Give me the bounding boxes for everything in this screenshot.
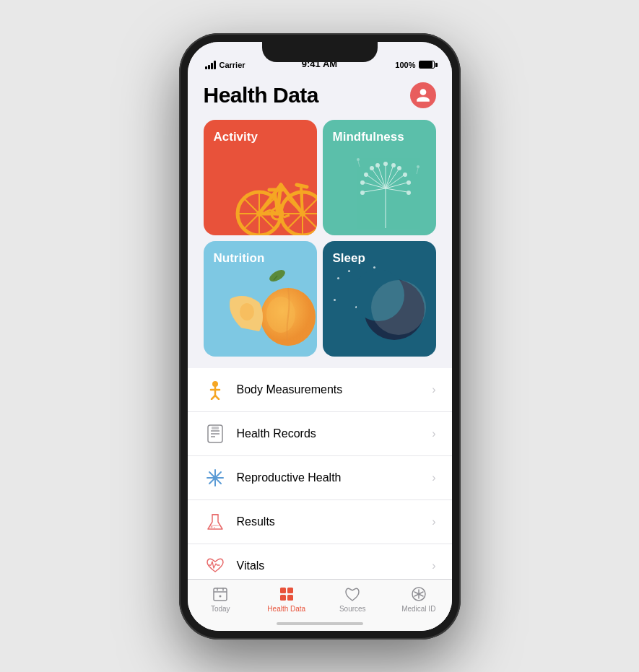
status-right: 100%: [395, 61, 434, 69]
dandelion-illustration: [342, 141, 429, 228]
reproductive-health-icon: [204, 466, 227, 489]
health-records-label: Health Records: [237, 427, 432, 440]
phone-screen: Carrier 9:41 AM 100% Health Data: [188, 42, 452, 631]
sleep-card[interactable]: Sleep: [323, 241, 436, 357]
screen-content: Health Data Activity: [188, 74, 452, 631]
svg-line-21: [297, 185, 307, 187]
star-2: [348, 270, 350, 272]
star-6: [373, 266, 375, 269]
svg-line-43: [368, 175, 386, 188]
carrier-label: Carrier: [219, 61, 245, 69]
nutrition-card[interactable]: Nutrition: [204, 241, 317, 357]
body-measurements-icon: [204, 378, 227, 401]
svg-rect-86: [287, 588, 293, 593]
body-measurements-chevron: ›: [432, 383, 435, 396]
vitals-chevron: ›: [432, 559, 435, 572]
svg-point-48: [360, 191, 365, 195]
medical-id-icon: [410, 585, 427, 603]
results-icon: [204, 510, 227, 533]
profile-button[interactable]: [410, 82, 436, 108]
svg-point-42: [370, 166, 374, 170]
list-section: Body Measurements ›: [188, 368, 452, 579]
star-1: [337, 277, 339, 279]
svg-point-36: [407, 180, 411, 185]
sleep-label: Sleep: [333, 251, 365, 266]
svg-line-33: [386, 175, 404, 188]
activity-label: Activity: [214, 130, 258, 144]
reproductive-health-chevron: ›: [432, 471, 435, 484]
battery-label: 100%: [395, 61, 415, 69]
svg-point-44: [364, 173, 368, 177]
category-grid: Activity: [188, 114, 452, 362]
results-chevron: ›: [432, 515, 435, 528]
svg-rect-88: [287, 595, 293, 601]
svg-line-66: [215, 396, 219, 399]
tab-health-data[interactable]: Health Data: [253, 585, 320, 613]
svg-line-20: [301, 188, 303, 214]
svg-point-40: [375, 163, 380, 167]
notch: [262, 42, 378, 62]
svg-line-52: [358, 161, 360, 167]
svg-point-32: [397, 166, 401, 170]
health-data-icon: [278, 585, 295, 603]
svg-point-28: [383, 162, 388, 166]
reproductive-health-item[interactable]: Reproductive Health ›: [188, 456, 452, 500]
svg-point-76: [213, 476, 217, 480]
peach-illustration: [219, 263, 317, 357]
sources-icon: [344, 585, 361, 603]
health-records-icon: [204, 422, 227, 445]
svg-point-30: [391, 163, 396, 167]
svg-line-50: [417, 168, 418, 174]
nutrition-label: Nutrition: [214, 251, 265, 266]
svg-point-58: [240, 303, 254, 320]
tab-today-label: Today: [211, 605, 230, 613]
mindfulness-label: Mindfulness: [333, 130, 404, 144]
scroll-area: Health Data Activity: [188, 74, 452, 579]
tab-medical-id-label: Medical ID: [401, 605, 435, 613]
home-indicator: [277, 622, 363, 625]
tab-medical-id[interactable]: Medical ID: [386, 585, 452, 613]
vitals-item[interactable]: Vitals ›: [188, 544, 452, 579]
results-item[interactable]: Results ›: [188, 500, 452, 544]
svg-point-49: [417, 165, 420, 168]
svg-point-46: [360, 180, 365, 185]
status-left: Carrier: [205, 61, 245, 69]
svg-point-57: [266, 297, 295, 333]
moon-illustration: [357, 270, 429, 349]
results-label: Results: [237, 515, 432, 528]
star-4: [334, 299, 336, 301]
tab-sources-label: Sources: [339, 605, 366, 613]
health-records-item[interactable]: Health Records ›: [188, 412, 452, 456]
svg-line-25: [284, 215, 290, 217]
svg-point-84: [219, 595, 222, 597]
svg-point-38: [407, 191, 411, 195]
svg-point-34: [403, 173, 407, 177]
mindfulness-card[interactable]: Mindfulness: [323, 120, 436, 235]
health-records-chevron: ›: [432, 427, 435, 440]
svg-rect-71: [212, 427, 219, 429]
svg-line-37: [386, 188, 407, 192]
today-icon: [212, 585, 229, 603]
svg-rect-87: [280, 595, 286, 601]
activity-card[interactable]: Activity: [204, 120, 317, 235]
tab-sources[interactable]: Sources: [320, 585, 386, 613]
page-title: Health Data: [204, 83, 319, 108]
svg-point-79: [214, 527, 215, 528]
svg-rect-80: [214, 588, 227, 601]
svg-point-61: [371, 280, 426, 335]
profile-icon: [415, 87, 431, 103]
reproductive-health-label: Reproductive Health: [237, 471, 432, 484]
body-measurements-label: Body Measurements: [237, 383, 432, 396]
tab-health-data-label: Health Data: [267, 605, 305, 613]
battery-icon: [419, 61, 435, 69]
svg-line-39: [378, 167, 386, 188]
svg-line-47: [364, 188, 386, 192]
svg-line-18: [275, 192, 277, 214]
bicycle-illustration: [230, 145, 317, 235]
svg-rect-85: [280, 588, 286, 593]
svg-line-29: [386, 167, 393, 188]
svg-point-78: [210, 525, 212, 528]
body-measurements-item[interactable]: Body Measurements ›: [188, 368, 452, 412]
signal-icon: [205, 61, 216, 69]
tab-today[interactable]: Today: [188, 585, 254, 613]
